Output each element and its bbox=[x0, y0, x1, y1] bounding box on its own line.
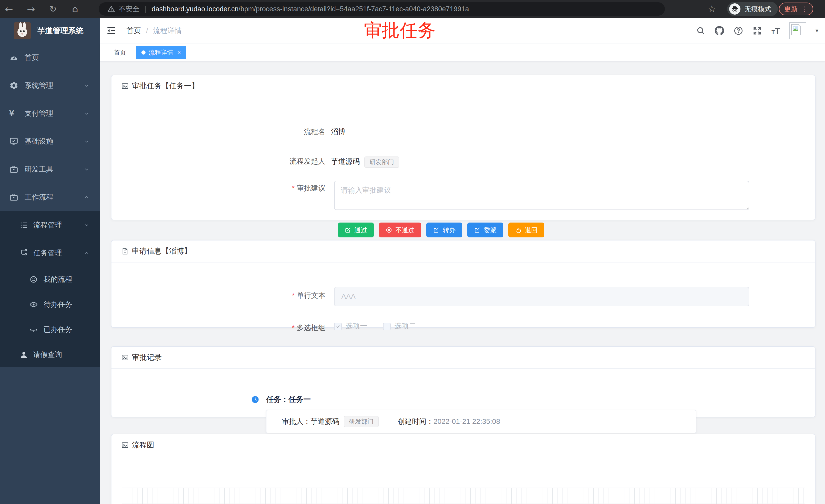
sidebar: 芋道管理系统 首页 系统管理 ¥ 支付管理 基础设施 研发工具 bbox=[0, 18, 100, 504]
checkbox-group-label: *多选框组 bbox=[111, 323, 325, 333]
url-path: /bpm/process-instance/detail?id=54aa251f… bbox=[238, 5, 469, 13]
sidebar-item-label: 已办任务 bbox=[44, 325, 72, 334]
chevron-down-icon bbox=[83, 222, 90, 228]
browser-forward-button[interactable]: → bbox=[22, 0, 40, 18]
card-title: 申请信息【滔博】 bbox=[132, 246, 192, 256]
bpmn-diagram-canvas[interactable] bbox=[122, 488, 805, 504]
approve-reject-button[interactable]: 不通过 bbox=[379, 223, 421, 237]
transfer-button[interactable]: 转办 bbox=[426, 223, 462, 237]
dashboard-icon bbox=[9, 53, 18, 62]
approve-actions: 通过 不通过 转办 委派 退回 bbox=[338, 223, 544, 237]
sidebar-item-label: 系统管理 bbox=[24, 81, 53, 90]
address-bar[interactable]: 不安全 | dashboard.yudao.iocoder.cn/bpm/pro… bbox=[99, 2, 665, 16]
sidebar-item-my-process[interactable]: 我的流程 bbox=[0, 267, 100, 292]
monitor-icon bbox=[9, 137, 18, 146]
logo-rabbit-image bbox=[14, 22, 31, 39]
diagram-card-header: 流程图 bbox=[111, 434, 815, 456]
record-card-header: 审批记录 bbox=[111, 347, 815, 369]
security-label: 不安全 bbox=[119, 4, 139, 14]
workflow-submenu: 流程管理 任务管理 我的流程 待办任务 已办任务 bbox=[0, 211, 100, 367]
sidebar-item-devtools[interactable]: 研发工具 bbox=[0, 155, 100, 183]
top-navbar: 首页 / 流程详情 审批任务 TT ▾ bbox=[100, 18, 825, 44]
sidebar-item-task-management[interactable]: 任务管理 bbox=[0, 239, 100, 267]
browser-home-button[interactable]: ⌂ bbox=[66, 0, 84, 18]
eye-icon bbox=[29, 300, 38, 309]
main-content: 审批任务【任务一】 流程名 滔博 流程发起人 芋道源码研发部门 *审批建议 通过 bbox=[100, 62, 825, 504]
fullscreen-icon[interactable] bbox=[752, 26, 762, 35]
active-tab-dot bbox=[141, 51, 146, 55]
navbar-actions: TT ▾ bbox=[696, 18, 818, 44]
sidebar-collapse-icon[interactable] bbox=[105, 25, 117, 36]
sidebar-item-done-tasks[interactable]: 已办任务 bbox=[0, 317, 100, 342]
sidebar-item-label: 首页 bbox=[24, 53, 39, 63]
approval-record-item: 审批人： 芋道源码 研发部门 创建时间： 2022-01-21 22:35:08 bbox=[266, 410, 696, 433]
approver-name: 芋道源码 bbox=[310, 417, 339, 426]
sidebar-item-infrastructure[interactable]: 基础设施 bbox=[0, 127, 100, 155]
avatar-dropdown-caret-icon[interactable]: ▾ bbox=[816, 27, 818, 34]
chevron-down-icon bbox=[83, 138, 90, 145]
approve-task-card: 审批任务【任务一】 流程名 滔博 流程发起人 芋道源码研发部门 *审批建议 通过 bbox=[111, 75, 816, 220]
user-icon bbox=[19, 350, 28, 359]
sidebar-item-label: 工作流程 bbox=[24, 192, 53, 202]
browser-reload-button[interactable]: ↻ bbox=[44, 0, 62, 18]
search-icon[interactable] bbox=[696, 26, 705, 35]
tab-label: 首页 bbox=[114, 49, 126, 57]
toolbox-icon bbox=[9, 165, 18, 174]
timeline-clock-icon bbox=[251, 396, 259, 404]
delegate-button[interactable]: 委派 bbox=[467, 223, 503, 237]
briefcase-icon bbox=[9, 192, 18, 202]
sidebar-item-label: 我的流程 bbox=[44, 274, 72, 284]
advice-textarea[interactable] bbox=[334, 181, 749, 210]
sidebar-item-home[interactable]: 首页 bbox=[0, 44, 100, 72]
red-annotation-text: 审批任务 bbox=[364, 21, 436, 40]
face-icon bbox=[29, 275, 38, 284]
browser-menu-icon[interactable]: ⋮ bbox=[802, 5, 808, 13]
app-title: 芋道管理系统 bbox=[38, 26, 83, 36]
font-size-icon[interactable]: TT bbox=[771, 26, 780, 36]
sidebar-item-system[interactable]: 系统管理 bbox=[0, 72, 100, 99]
created-label: 创建时间： bbox=[398, 417, 434, 426]
breadcrumb-separator: / bbox=[146, 27, 148, 35]
incognito-badge: 无痕模式 bbox=[727, 2, 778, 16]
sidebar-item-workflow[interactable]: 工作流程 bbox=[0, 183, 100, 211]
help-icon[interactable] bbox=[734, 26, 743, 35]
required-asterisk: * bbox=[292, 184, 295, 192]
checkbox-option2 bbox=[383, 323, 391, 330]
breadcrumb-current: 流程详情 bbox=[153, 26, 182, 35]
required-asterisk: * bbox=[292, 291, 295, 300]
chevron-down-icon bbox=[83, 166, 90, 172]
single-line-text-input bbox=[334, 287, 749, 306]
card-title: 审批任务【任务一】 bbox=[132, 81, 199, 91]
sidebar-item-label: 支付管理 bbox=[24, 108, 53, 118]
card-title: 审批记录 bbox=[132, 352, 162, 363]
process-name-label: 流程名 bbox=[111, 127, 325, 137]
bookmark-star-icon[interactable]: ☆ bbox=[708, 4, 716, 14]
app-logo[interactable]: 芋道管理系统 bbox=[0, 18, 100, 44]
picture-icon bbox=[121, 82, 129, 90]
approval-record-card: 审批记录 任务：任务一 审批人： 芋道源码 研发部门 创建时间： 2022-01… bbox=[111, 346, 816, 417]
dept-tag: 研发部门 bbox=[364, 157, 399, 168]
sidebar-item-leave-query[interactable]: 请假查询 bbox=[0, 342, 100, 367]
tab-process-detail[interactable]: 流程详情 × bbox=[136, 46, 186, 59]
yen-icon: ¥ bbox=[9, 108, 14, 118]
checkbox-group-row: *多选框组 bbox=[111, 327, 815, 338]
application-info-card: 申请信息【滔博】 *单行文本 *多选框组 选项一 选项二 bbox=[111, 240, 816, 328]
sidebar-item-label: 待办任务 bbox=[44, 300, 72, 309]
flow-branch-icon bbox=[19, 249, 28, 257]
github-icon[interactable] bbox=[715, 26, 724, 35]
browser-back-button[interactable]: ← bbox=[0, 0, 18, 18]
required-asterisk: * bbox=[292, 324, 295, 332]
sidebar-item-process-management[interactable]: 流程管理 bbox=[0, 211, 100, 239]
close-tab-icon[interactable]: × bbox=[177, 50, 181, 56]
sidebar-item-payment[interactable]: ¥ 支付管理 bbox=[0, 99, 100, 127]
avatar[interactable] bbox=[790, 22, 806, 39]
return-button[interactable]: 退回 bbox=[508, 223, 544, 237]
browser-update-button[interactable]: 更新 ⋮ bbox=[779, 3, 813, 15]
tab-home[interactable]: 首页 bbox=[108, 46, 131, 59]
sidebar-item-todo-tasks[interactable]: 待办任务 bbox=[0, 292, 100, 317]
dept-tag: 研发部门 bbox=[344, 416, 379, 427]
approve-pass-button[interactable]: 通过 bbox=[338, 223, 374, 237]
breadcrumb-home[interactable]: 首页 bbox=[127, 26, 141, 35]
checkbox-option2-label: 选项二 bbox=[394, 321, 416, 331]
card-title: 流程图 bbox=[132, 440, 154, 450]
